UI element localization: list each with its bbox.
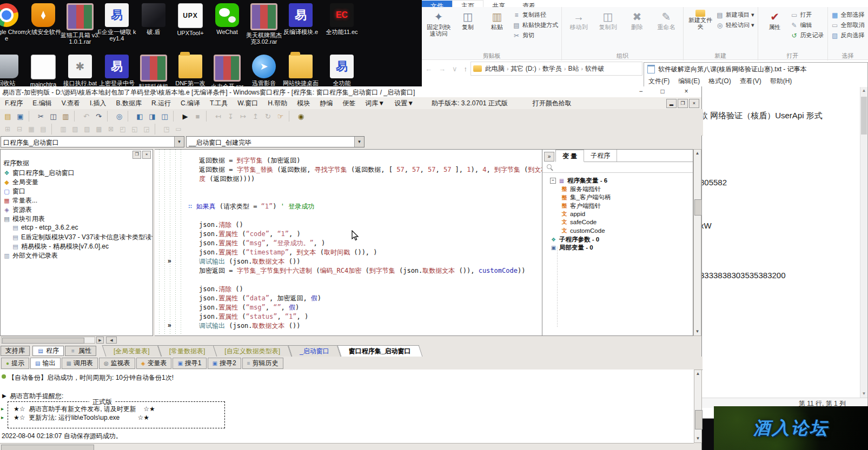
- desktop-icon-thunder[interactable]: ➤迅雷影音: [243, 55, 284, 86]
- win3-icon[interactable]: ◫: [158, 111, 171, 122]
- tab-变 量[interactable]: 变 量: [555, 150, 584, 162]
- panel-tab-程序[interactable]: ▤程序: [32, 346, 64, 356]
- output-tab-搜寻1[interactable]: ▣搜寻1: [173, 358, 206, 369]
- menu-R.运行[interactable]: R.运行: [147, 99, 176, 108]
- format-tool-icon[interactable]: ◳: [161, 124, 173, 134]
- panel-restore-icon[interactable]: ❐: [132, 151, 141, 159]
- menu-E.编辑[interactable]: E.编辑: [28, 99, 56, 108]
- st1-icon[interactable]: ↤: [212, 111, 224, 122]
- right-vertical-scrollbar[interactable]: ▲ ▼: [693, 149, 701, 336]
- variable-item-集_客户端句柄[interactable]: 整集_客户端句柄: [561, 193, 611, 202]
- tree-item-E盾定制版模块V37 - V37读卡信息读卡类型读卡[interactable]: ▤E盾定制版模块V37 - V37读卡信息读卡类型读卡: [12, 233, 153, 242]
- desktop-icon-rar[interactable]: 火力全开.rar: [207, 55, 248, 90]
- desktop-icon-eyi-purple[interactable]: 易反编译模块.e: [280, 3, 321, 35]
- format-tool-icon[interactable]: ◰: [117, 124, 129, 134]
- undo-icon[interactable]: ↶: [80, 111, 92, 122]
- format-tool-icon[interactable]: ◲: [141, 124, 153, 134]
- format-tool-icon[interactable]: ▨: [81, 124, 93, 134]
- scrollbar-thumb[interactable]: [1, 445, 94, 450]
- doc-tab-_启动窗口[interactable]: _启动窗口: [290, 345, 339, 357]
- format-tool-icon[interactable]: ▩: [93, 124, 105, 134]
- win1-icon[interactable]: ◧: [134, 111, 146, 122]
- output-tab-输出[interactable]: ▤输出: [30, 358, 60, 369]
- desktop-icon-folder[interactable]: 网站快捷桌面: [280, 55, 321, 86]
- st5-icon[interactable]: ↻: [262, 111, 274, 122]
- code-editor[interactable]: 返回数据 = 到字节集 (加密返回)返回数据 = 字节集_替换 (返回数据, 寻…: [155, 149, 542, 336]
- bottom-horizontal-scrollbar[interactable]: [0, 443, 694, 450]
- ribbon-button-粘贴快捷方式[interactable]: ▤粘贴快捷方式: [513, 21, 558, 29]
- desktop-icon-rar[interactable]: 贴瑞科佳机: [133, 55, 174, 90]
- find-icon[interactable]: ◎: [113, 111, 125, 122]
- ribbon-button-固定到快速访问[interactable]: ✦固定到快速访问: [424, 9, 453, 38]
- hand-icon[interactable]: ☞: [274, 111, 287, 122]
- variable-item-appid[interactable]: 文appid: [561, 210, 585, 217]
- menu-F.程序[interactable]: F.程序: [0, 99, 28, 108]
- scroll-down-icon[interactable]: ▼: [694, 328, 701, 335]
- desktop-icon-gears[interactable]: ✱接口执行.bat: [59, 55, 101, 86]
- menu-设置▼[interactable]: 设置▼: [389, 99, 419, 108]
- binoc-icon[interactable]: ◉: [295, 111, 307, 122]
- run-icon[interactable]: ▶: [179, 111, 191, 122]
- menu-H.帮助[interactable]: H.帮助: [263, 99, 292, 108]
- desktop-icon-wechat[interactable]: WeChat: [207, 3, 248, 35]
- scrollbar-thumb[interactable]: [695, 410, 703, 429]
- output-tab-监视表[interactable]: ◎监视表: [99, 358, 135, 369]
- ribbon-tab-查看[interactable]: 查看: [514, 1, 544, 7]
- notepad-menu-格式(O)[interactable]: 格式(O): [708, 77, 731, 86]
- output-tab-剪辑历史[interactable]: ≡剪辑历史: [242, 358, 283, 369]
- variable-item-程序集变量 - 6[interactable]: −▦程序集变量 - 6: [550, 177, 607, 185]
- method-combobox[interactable]: __启动窗口_创建完毕 ▼: [186, 136, 365, 147]
- chevron-down-icon[interactable]: ▼: [354, 137, 364, 147]
- tab-子程序[interactable]: 子程序: [584, 150, 617, 162]
- close-button[interactable]: ×: [678, 86, 695, 97]
- variable-item-子程序参数 - 0[interactable]: ❖子程序参数 - 0: [550, 236, 599, 244]
- ribbon-button-移动到[interactable]: →移动到: [564, 9, 593, 31]
- breadcrumb-item[interactable]: B站: [566, 65, 581, 72]
- scrollbar-thumb[interactable]: [2, 338, 84, 344]
- scrollbar-thumb[interactable]: [694, 199, 702, 216]
- assembly-combobox[interactable]: 口程序集_启动窗口 ▼: [1, 136, 184, 147]
- scroll-down-icon[interactable]: ▼: [860, 390, 867, 398]
- menu-T.工具[interactable]: T.工具: [205, 99, 233, 108]
- tree-item-常量表...[interactable]: ▦常量表...: [3, 196, 37, 205]
- ribbon-button-粘贴[interactable]: ▥粘贴: [482, 9, 512, 31]
- panel-tab-支持库[interactable]: 支持库: [1, 346, 30, 356]
- notepad-menu-查看(V)[interactable]: 查看(V): [740, 77, 761, 86]
- format-tool-icon[interactable]: ▦: [25, 124, 37, 134]
- mdi-close-icon[interactable]: ×: [689, 99, 699, 108]
- mdi-restore-icon[interactable]: ❐: [678, 99, 688, 108]
- format-tool-icon[interactable]: ◱: [129, 124, 141, 134]
- menu-I.插入[interactable]: I.插入: [85, 99, 111, 108]
- tree-item-外部文件记录表[interactable]: ▥外部文件记录表: [3, 251, 58, 260]
- variable-item-服务端指针[interactable]: 整服务端指针: [561, 185, 601, 193]
- tree-item-全局变量[interactable]: ◆全局变量: [3, 178, 38, 187]
- desktop-icon-file[interactable]: mainchtra: [23, 55, 64, 88]
- desktop-icon-eyi-white[interactable]: 易全功能: [321, 55, 362, 86]
- format-tool-icon[interactable]: ▭: [173, 124, 184, 134]
- tree-item-etcp - etcp_3.6.2.ec[interactable]: ▤etcp - etcp_3.6.2.ec: [12, 224, 78, 231]
- breadcrumb-item[interactable]: 其它 (D:): [508, 65, 538, 72]
- ribbon-tab-文件[interactable]: 文件: [422, 1, 452, 7]
- redo-icon[interactable]: ↷: [92, 111, 105, 122]
- ribbon-button-复制路径[interactable]: ≡复制路径: [513, 11, 558, 19]
- chevron-down-icon[interactable]: ▼: [174, 137, 184, 147]
- breadcrumb-item[interactable]: 数学员: [540, 65, 564, 72]
- variable-item-safeCode[interactable]: 文safeCode: [561, 219, 597, 226]
- cut-icon[interactable]: ✂: [35, 111, 47, 122]
- panel-expand-icon[interactable]: »: [544, 152, 554, 162]
- maximize-button[interactable]: □: [654, 86, 671, 97]
- ribbon-button-属性[interactable]: ✔属性: [760, 9, 790, 31]
- stop-icon[interactable]: ■: [191, 111, 204, 122]
- save-icon[interactable]: ▣: [14, 111, 26, 122]
- tree-item-窗口程序集_启动窗口[interactable]: ❖窗口程序集_启动窗口: [3, 169, 75, 178]
- desktop-icon-ec[interactable]: EC全功能11.ec: [321, 3, 362, 35]
- scroll-down-icon[interactable]: ▼: [694, 435, 701, 442]
- panel-tab-属性[interactable]: ≡属性: [65, 346, 96, 356]
- ribbon-button-编辑[interactable]: ✎编辑: [791, 21, 824, 29]
- output-tab-搜寻2[interactable]: ▣搜寻2: [208, 358, 241, 369]
- variable-item-局部变量 - 0[interactable]: ▣局部变量 - 0: [550, 244, 593, 252]
- tree-item-资源表[interactable]: ◈资源表: [3, 205, 32, 214]
- st4-icon[interactable]: ↥: [249, 111, 262, 122]
- ribbon-button-新建项目 ▾[interactable]: ▤新建项目 ▾: [716, 11, 754, 19]
- menu-模块[interactable]: 模块: [292, 99, 315, 108]
